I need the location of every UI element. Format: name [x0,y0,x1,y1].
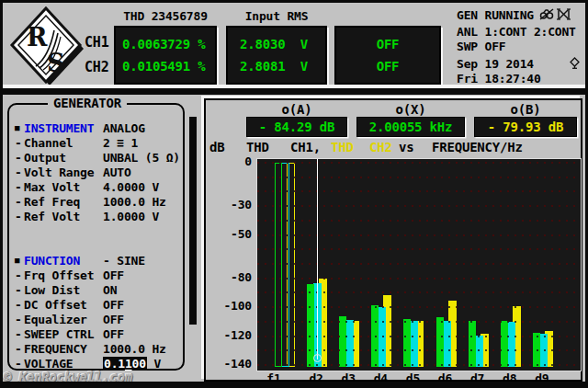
time-label: Fri 18:27:40 [457,72,541,86]
crossed-binoculars-icon [539,8,554,20]
crossed-screen-icon [557,8,571,20]
generator-panel: GENERATOR ■INSTRUMENTANALOG-Channel2 ≡ 1… [7,103,185,371]
bar-s0-d8 [501,321,508,367]
readout-box-2: - 79.93 dB [474,117,577,137]
item-marker-icon: - [15,327,22,341]
frame-left [0,0,3,388]
input-rms-ch2-value: 2.8081 V [240,60,325,73]
bar-s0-d2 [307,284,314,367]
thd-title: THD 23456789 [114,9,217,23]
generator-row-max-volt[interactable]: -Max Volt4.0000 V [9,180,183,194]
generator-row-value: 2 ≡ 1 [103,136,138,150]
generator-row-label: VOLTAGE [24,357,73,371]
voltage-value-field[interactable]: 0.1100 [103,357,147,371]
y-tick--120: -120 [209,329,252,342]
date-label: Sep 19 2014 [457,57,534,71]
svg-text:S: S [47,49,64,77]
generator-row-frequency[interactable]: -FREQUENCY1000.0 Hz [9,342,183,356]
generator-row-value: OFF [103,313,124,326]
generator-row-value: ANALOG [103,121,145,135]
item-marker-icon: - [15,342,22,356]
aux-ch2-value: OFF [377,60,400,73]
chart-title-part-0: THD [246,140,269,154]
generator-row-instrument[interactable]: ■INSTRUMENTANALOG [9,121,183,135]
readout-box-0: - 84.29 dB [246,117,347,137]
generator-panel-scrollbar[interactable] [189,117,197,325]
thd-ch2-value: 0.0105491 % [122,60,215,73]
y-tick-0: 0 [209,155,252,168]
item-marker-icon: - [15,313,22,326]
input-rms-title: Input RMS [226,9,327,23]
generator-row-label: INSTRUMENT [24,121,94,135]
readout-label-0: o(A) [246,102,347,115]
generator-row-channel[interactable]: -Channel2 ≡ 1 [9,136,183,150]
y-tick--100: -100 [209,300,252,313]
generator-row-low-dist[interactable]: -Low DistON [9,283,183,297]
bar-s1-d3 [345,320,354,367]
generator-row-value: 0.1100 V [103,357,161,371]
generator-row-value: 1.0000 V [103,210,159,223]
generator-row-volt-range[interactable]: -Volt RangeAUTO [9,165,183,179]
frame-top [0,0,588,3]
bar-s0-d6 [436,317,444,367]
gridline-overlay--30 [257,205,581,207]
section-marker-icon: ■ [15,254,19,268]
analyzer-screen: R S CH1 CH2 THD 23456789 0.0063729 % 0.0… [0,0,588,388]
bar-s0-d3 [339,316,346,367]
generator-row-sweep-ctrl[interactable]: -SWEEP CTRLOFF [9,327,183,341]
readout-label-1: o(X) [356,102,465,115]
generator-row-label: FUNCTION [24,254,80,268]
cursor-marker[interactable] [313,354,322,362]
cursor-line[interactable] [317,159,318,359]
y-tick--80: -80 [209,271,252,284]
generator-row-ref-volt[interactable]: -Ref Volt1.0000 V [9,210,183,223]
gridline-overlay--90 [257,291,581,293]
rs-logo: R S [7,6,86,86]
y-tick--50: -50 [209,228,252,241]
generator-row-label: Ref Volt [24,210,80,223]
generator-row-value: 1000.0 Hz [103,195,166,209]
generator-row-function[interactable]: ■FUNCTION- SINE [9,254,183,268]
generator-row-value: - SINE [103,254,145,268]
generator-row-label: FREQUENCY [24,342,87,356]
generator-row-label: Output [24,151,66,165]
y-tick--140: -140 [209,358,252,371]
item-marker-icon: - [15,165,22,179]
chart-title-part-3: CH2 [369,140,392,154]
input-rms-readout-box: 2.8030 V 2.8081 V [226,26,327,85]
bar-s0-d7 [469,321,476,367]
top-divider [3,88,585,95]
generator-row-value: 1000.0 Hz [103,342,166,356]
swp-status: SWP OFF [457,40,505,53]
generator-row-ref-freq[interactable]: -Ref Freq1000.0 Hz [9,195,183,209]
channel-1-label: CH1 [85,34,109,51]
y-tick--30: -30 [209,199,252,211]
item-marker-icon: - [15,151,22,165]
gridline-overlay--130 [257,349,581,351]
bar-s0-d5 [403,319,411,367]
generator-row-label: DC Offset [24,298,87,312]
generator-row-equalizer[interactable]: -EqualizerOFF [9,313,183,326]
generator-row-value: UNBAL (5 Ω) [103,151,180,165]
gridline-overlay--140 [257,364,581,366]
generator-row-value: OFF [103,327,124,341]
item-marker-icon: - [15,195,22,209]
bar-s1-d8 [507,322,515,367]
generator-row-frq-offset[interactable]: -Frq OffsetOFF [9,268,183,282]
readout-label-2: o(B) [474,102,577,115]
generator-panel-title: GENERATOR [48,97,127,110]
gridline-overlay-0 [257,162,581,164]
generator-row-value: OFF [103,268,124,282]
generator-row-label: Frq Offset [24,268,94,282]
generator-row-label: Volt Range [24,165,94,179]
frame-bottom [0,382,588,388]
channel-2-label: CH2 [85,59,109,75]
item-marker-icon: - [15,283,22,297]
generator-row-output[interactable]: -OutputUNBAL (5 Ω) [9,151,183,165]
thd-ch1-value: 0.0063729 % [122,38,215,51]
generator-row-voltage[interactable]: -VOLTAGE0.1100 V [9,357,183,371]
item-marker-icon: - [15,298,22,312]
thd-readout-box: 0.0063729 % 0.0105491 % [114,26,217,85]
generator-row-dc-offset[interactable]: -DC OffsetOFF [9,298,183,312]
gridline-overlay--40 [257,220,581,222]
